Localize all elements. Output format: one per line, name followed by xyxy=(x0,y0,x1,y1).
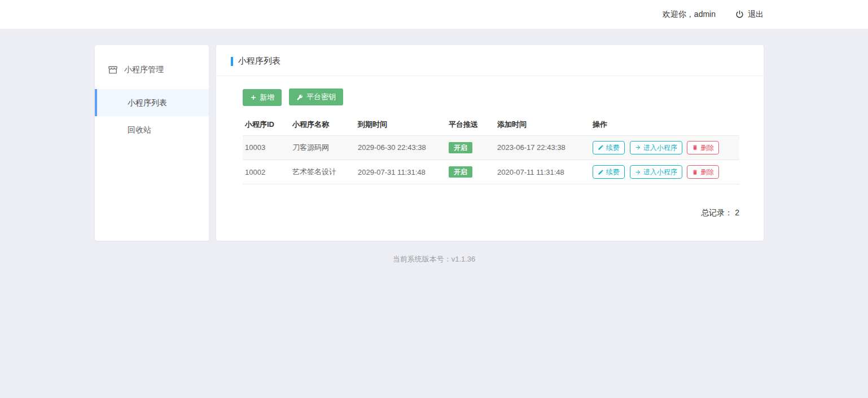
renew-button-label: 续费 xyxy=(606,144,620,152)
col-header-push: 平台推送 xyxy=(446,114,495,136)
total-records: 总记录： 2 xyxy=(243,208,739,218)
renew-button[interactable]: 续费 xyxy=(593,165,625,179)
plus-icon xyxy=(250,94,257,101)
sidebar-group-miniprogram[interactable]: 小程序管理 xyxy=(95,59,209,89)
panel-body: 新增 平台密钥 小程序ID 小程序名称 到期时间 平台推送 xyxy=(216,76,764,218)
toolbar: 新增 平台密钥 xyxy=(243,89,739,106)
cell-added: 2020-07-11 11:31:48 xyxy=(495,160,590,184)
sidebar-item-label: 小程序列表 xyxy=(128,98,167,107)
logout-button[interactable]: 退出 xyxy=(735,10,764,20)
sidebar-item-label: 回收站 xyxy=(128,125,151,134)
page-title: 小程序列表 xyxy=(238,56,280,67)
delete-button-label: 删除 xyxy=(700,144,714,152)
panel-header: 小程序列表 xyxy=(216,45,764,76)
cell-actions: 续费 进入小程序 删除 xyxy=(590,135,739,160)
power-icon xyxy=(735,10,744,19)
enter-miniprogram-button[interactable]: 进入小程序 xyxy=(630,141,682,154)
total-records-label: 总记录： xyxy=(701,208,733,217)
key-icon xyxy=(296,94,304,101)
main-panel: 小程序列表 新增 平台密钥 xyxy=(216,45,764,241)
cell-actions: 续费 进入小程序 删除 xyxy=(590,160,739,184)
cell-id: 10003 xyxy=(243,135,290,160)
table-row: 10002 艺术签名设计 2029-07-31 11:31:48 开启 2020… xyxy=(243,160,739,184)
enter-button-label: 进入小程序 xyxy=(643,144,677,152)
sidebar-group-label: 小程序管理 xyxy=(124,65,164,75)
platform-key-button[interactable]: 平台密钥 xyxy=(289,89,343,105)
logout-label: 退出 xyxy=(748,10,764,20)
col-header-expire: 到期时间 xyxy=(356,114,446,136)
renew-button[interactable]: 续费 xyxy=(593,141,625,154)
col-header-added: 添加时间 xyxy=(495,114,590,136)
col-header-id: 小程序ID xyxy=(243,114,290,136)
pencil-icon xyxy=(598,144,604,151)
cell-expire: 2029-06-30 22:43:38 xyxy=(356,135,446,160)
enter-miniprogram-button[interactable]: 进入小程序 xyxy=(630,165,682,179)
content-area: 小程序管理 小程序列表 回收站 小程序列表 新增 xyxy=(95,45,764,241)
push-status-badge: 开启 xyxy=(449,166,472,178)
total-records-value: 2 xyxy=(735,208,739,217)
add-button-label: 新增 xyxy=(260,92,274,103)
sidebar-item-miniprogram-list[interactable]: 小程序列表 xyxy=(95,89,209,116)
delete-button-label: 删除 xyxy=(700,168,714,176)
renew-button-label: 续费 xyxy=(606,168,620,176)
pencil-icon xyxy=(598,169,604,175)
system-version-text: 当前系统版本号：v1.1.36 xyxy=(0,254,868,264)
welcome-text: 欢迎你，admin xyxy=(663,10,716,20)
top-header: 欢迎你，admin 退出 xyxy=(0,0,868,29)
storefront-icon xyxy=(107,64,119,76)
table-header-row: 小程序ID 小程序名称 到期时间 平台推送 添加时间 操作 xyxy=(243,114,739,136)
sidebar-item-recycle-bin[interactable]: 回收站 xyxy=(95,116,209,143)
title-accent-bar xyxy=(231,57,233,66)
cell-name: 刀客源码网 xyxy=(290,135,356,160)
sidebar: 小程序管理 小程序列表 回收站 xyxy=(95,45,209,241)
cell-name: 艺术签名设计 xyxy=(290,160,356,184)
delete-button[interactable]: 删除 xyxy=(687,141,719,154)
col-header-actions: 操作 xyxy=(590,114,739,136)
col-header-name: 小程序名称 xyxy=(290,114,356,136)
arrow-right-icon xyxy=(635,144,641,151)
arrow-right-icon xyxy=(635,169,641,175)
enter-button-label: 进入小程序 xyxy=(643,168,677,176)
cell-id: 10002 xyxy=(243,160,290,184)
trash-icon xyxy=(692,169,698,175)
cell-expire: 2029-07-31 11:31:48 xyxy=(356,160,446,184)
table-row: 10003 刀客源码网 2029-06-30 22:43:38 开启 2023-… xyxy=(243,135,739,160)
cell-added: 2023-06-17 22:43:38 xyxy=(495,135,590,160)
push-status-badge: 开启 xyxy=(449,142,472,153)
add-button[interactable]: 新增 xyxy=(243,89,282,106)
platform-key-button-label: 平台密钥 xyxy=(306,92,336,102)
miniprogram-table: 小程序ID 小程序名称 到期时间 平台推送 添加时间 操作 10003 刀客源码… xyxy=(243,114,739,185)
trash-icon xyxy=(692,144,698,151)
delete-button[interactable]: 删除 xyxy=(687,165,719,179)
